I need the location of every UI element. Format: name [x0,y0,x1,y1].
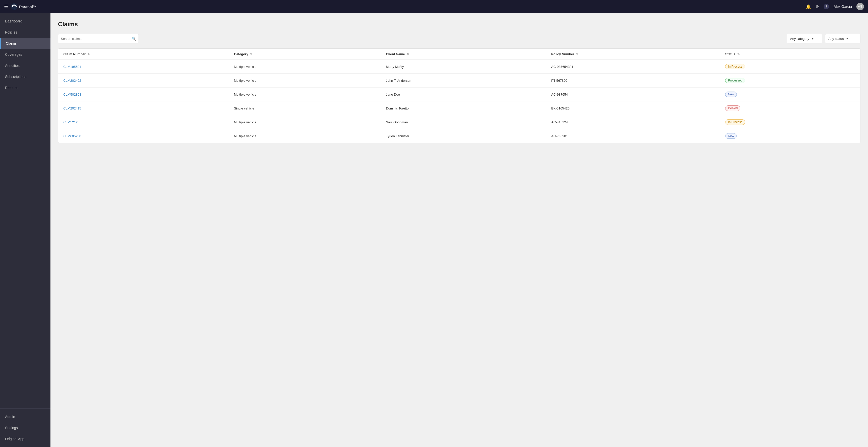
cell-client-name: Jane Doe [381,88,546,101]
table-row: CLM605208 Multiple vehicle Tyrion Lannis… [58,129,860,143]
sort-icon: ⇅ [576,53,578,56]
table-row: CLM502803 Multiple vehicle Jane Doe AC-9… [58,88,860,101]
cell-status: In Process [720,115,860,129]
status-badge: New [725,133,737,139]
cell-category: Multiple vehicle [229,88,381,101]
table-row: CLM202415 Single vehicle Dominic Toretto… [58,101,860,115]
cell-policy-number: AC-987654 [546,88,720,101]
claims-table: Claim Number ⇅ Category ⇅ Client Name ⇅ … [58,49,860,143]
category-filter-label: Any category [790,37,809,41]
sidebar-bottom: Admin Settings Original App [0,408,51,447]
table-row: CLM195501 Multiple vehicle Marty McFly A… [58,60,860,74]
status-badge: In Process [725,64,745,69]
status-badge: Denied [725,105,740,111]
cell-claim-number: CLM52125 [58,115,229,129]
sidebar-item-settings[interactable]: Settings [0,422,51,434]
page-title: Claims [58,21,861,28]
cell-claim-number: CLM502803 [58,88,229,101]
sidebar-item-reports[interactable]: Reports [0,82,51,93]
cell-claim-number: CLM202415 [58,101,229,115]
toolbar: 🔍 Any category ▼ Any status ▼ [58,34,861,43]
table-row: CLM202402 Multiple vehicle John T. Ander… [58,74,860,88]
main-content: Claims 🔍 Any category ▼ Any status ▼ [51,13,868,447]
settings-icon[interactable]: ⚙ [815,4,819,9]
chevron-down-icon: ▼ [811,37,814,40]
sidebar-item-claims[interactable]: Claims [0,38,51,49]
search-button[interactable]: 🔍 [132,37,136,41]
help-icon[interactable]: ? [824,4,829,9]
cell-category: Multiple vehicle [229,129,381,143]
col-header-client-name[interactable]: Client Name ⇅ [381,49,546,60]
search-input[interactable] [61,37,132,41]
cell-claim-number: CLM605208 [58,129,229,143]
col-header-status[interactable]: Status ⇅ [720,49,860,60]
cell-client-name: Saul Goodman [381,115,546,129]
claim-number-link[interactable]: CLM195501 [63,65,81,69]
cell-category: Multiple vehicle [229,60,381,74]
cell-status: New [720,88,860,101]
search-box[interactable]: 🔍 [58,34,139,43]
brand-name: Parasol™ [19,4,37,9]
col-header-claim-number[interactable]: Claim Number ⇅ [58,49,229,60]
sort-icon: ⇅ [407,53,409,56]
cell-policy-number: AC-768901 [546,129,720,143]
sidebar: Dashboard Policies Claims Coverages Annu… [0,13,51,447]
claim-number-link[interactable]: CLM202415 [63,106,81,110]
col-header-category[interactable]: Category ⇅ [229,49,381,60]
hamburger-menu-icon[interactable]: ☰ [4,4,8,9]
table-header-row: Claim Number ⇅ Category ⇅ Client Name ⇅ … [58,49,860,60]
cell-policy-number: BK-5165426 [546,101,720,115]
sidebar-item-admin[interactable]: Admin [0,411,51,422]
sidebar-item-dashboard[interactable]: Dashboard [0,15,51,27]
brand: Parasol™ [10,3,37,10]
cell-status: Processed [720,74,860,88]
cell-status: In Process [720,60,860,74]
cell-category: Multiple vehicle [229,74,381,88]
chevron-down-icon: ▼ [846,37,849,40]
sidebar-item-coverages[interactable]: Coverages [0,49,51,60]
user-name: Alex Garcia [834,4,852,8]
category-filter[interactable]: Any category ▼ [787,34,822,43]
sidebar-item-annuities[interactable]: Annuities [0,60,51,71]
cell-client-name: John T. Anderson [381,74,546,88]
col-header-policy-number[interactable]: Policy Number ⇅ [546,49,720,60]
sidebar-nav: Dashboard Policies Claims Coverages Annu… [0,13,51,408]
cell-policy-number: PT-567890 [546,74,720,88]
claim-number-link[interactable]: CLM202402 [63,79,81,83]
cell-claim-number: CLM195501 [58,60,229,74]
claim-number-link[interactable]: CLM502803 [63,93,81,96]
table-row: CLM52125 Multiple vehicle Saul Goodman A… [58,115,860,129]
claim-number-link[interactable]: CLM52125 [63,120,80,124]
status-badge: Processed [725,78,745,83]
cell-client-name: Tyrion Lannister [381,129,546,143]
status-filter[interactable]: Any status ▼ [825,34,861,43]
claim-number-link[interactable]: CLM605208 [63,134,81,138]
sort-icon: ⇅ [88,53,90,56]
status-badge: In Process [725,119,745,125]
cell-category: Multiple vehicle [229,115,381,129]
sidebar-item-original-app[interactable]: Original App [0,434,51,445]
sort-icon: ⇅ [737,53,740,56]
cell-client-name: Dominic Toretto [381,101,546,115]
cell-policy-number: AC-987654321 [546,60,720,74]
sort-icon: ⇅ [250,53,252,56]
cell-policy-number: AC-418324 [546,115,720,129]
cell-claim-number: CLM202402 [58,74,229,88]
brand-logo-icon [10,3,18,10]
cell-category: Single vehicle [229,101,381,115]
sidebar-item-subscriptions[interactable]: Subscriptions [0,71,51,82]
status-filter-label: Any status [828,37,844,41]
topbar: ☰ Parasol™ 🔔 ⚙ ? Alex Garcia AG [0,0,868,13]
status-badge: New [725,92,737,97]
sidebar-item-policies[interactable]: Policies [0,27,51,38]
notification-icon[interactable]: 🔔 [806,4,811,9]
cell-status: Denied [720,101,860,115]
avatar[interactable]: AG [857,3,864,10]
cell-client-name: Marty McFly [381,60,546,74]
cell-status: New [720,129,860,143]
claims-table-container: Claim Number ⇅ Category ⇅ Client Name ⇅ … [58,49,861,143]
